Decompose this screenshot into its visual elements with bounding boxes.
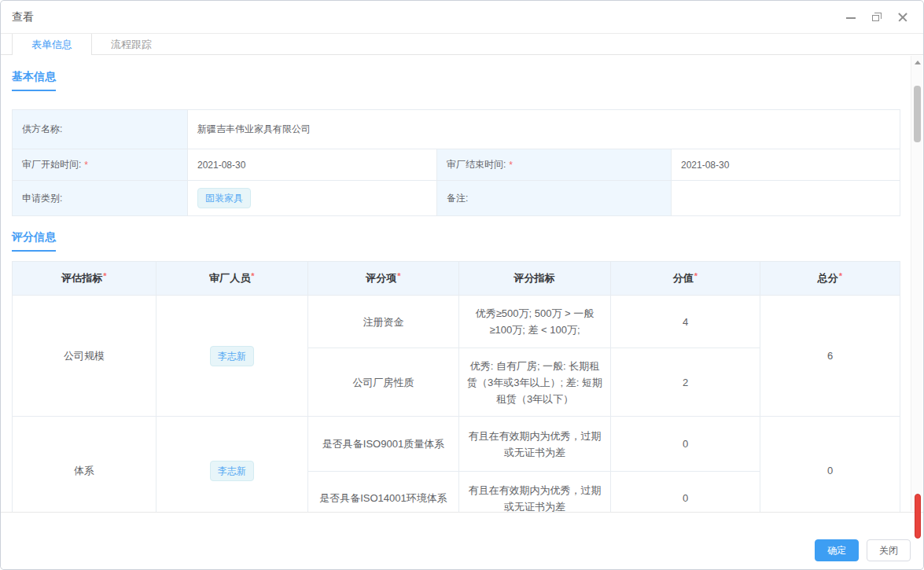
scoring-table: 评估指标* 审厂人员* 评分项* 评分指标 分值* 总分* 公司规模 李志新 注… <box>12 261 900 512</box>
total-score-cell: 6 <box>760 296 900 417</box>
column-header-auditor: 审厂人员* <box>156 262 308 296</box>
auditor-tag: 李志新 <box>210 461 254 481</box>
vertical-scrollbar[interactable] <box>911 56 922 511</box>
score-cell: 4 <box>611 296 760 348</box>
scrollbar-thumb[interactable] <box>914 86 921 142</box>
close-dialog-button[interactable]: 关闭 <box>867 539 911 561</box>
supplier-name-label: 供方名称: <box>13 110 188 149</box>
scoring-item-cell: 公司厂房性质 <box>308 348 459 417</box>
column-header-evaluation-indicator: 评估指标* <box>13 262 156 296</box>
minimize-button[interactable] <box>845 11 857 24</box>
required-asterisk: * <box>84 160 88 171</box>
table-row: 公司规模 李志新 注册资金 优秀≥500万; 500万 > 一般≥100万; 差… <box>13 296 900 348</box>
tab-process-tracking[interactable]: 流程跟踪 <box>92 34 171 55</box>
score-cell: 0 <box>611 472 760 513</box>
scoring-item-cell: 注册资金 <box>308 296 459 348</box>
total-score-cell: 0 <box>760 417 900 513</box>
scoring-criteria-cell: 优秀≥500万; 500万 > 一般≥100万; 差 < 100万; <box>459 296 611 348</box>
window-controls <box>845 11 909 24</box>
supplier-name-value: 新疆吉丰伟业家具有限公司 <box>188 110 900 149</box>
section-underline <box>12 90 56 91</box>
audit-start-label: 审厂开始时间: * <box>13 149 188 181</box>
application-category-cell: 固装家具 <box>188 181 437 216</box>
scroll-up-button[interactable] <box>911 57 923 68</box>
audit-start-value: 2021-08-30 <box>188 149 437 181</box>
red-scrollbar-thumb[interactable] <box>915 494 921 539</box>
restore-button[interactable] <box>871 11 883 24</box>
content-area: 基本信息 供方名称: 新疆吉丰伟业家具有限公司 审厂开始时间: * 2021-0… <box>1 56 923 512</box>
auditor-cell: 李志新 <box>156 417 308 513</box>
auditor-tag: 李志新 <box>210 346 254 366</box>
minimize-icon <box>846 17 856 19</box>
score-cell: 2 <box>611 348 760 417</box>
section-title-scoring-info: 评分信息 <box>12 230 900 245</box>
scoring-criteria-cell: 优秀: 自有厂房; 一般: 长期租赁（3年或3年以上）; 差: 短期租赁（3年以… <box>459 348 611 417</box>
audit-end-value: 2021-08-30 <box>672 149 900 181</box>
column-header-score: 分值* <box>611 262 760 296</box>
scoring-criteria-cell: 有且在有效期内为优秀，过期或无证书为差 <box>459 472 611 513</box>
scoring-criteria-cell: 有且在有效期内为优秀，过期或无证书为差 <box>459 417 611 472</box>
column-header-scoring-item: 评分项* <box>308 262 459 296</box>
dialog-titlebar: 查看 <box>1 1 923 33</box>
dialog-footer: 确定 关闭 <box>1 512 923 569</box>
view-dialog: 查看 表单信息 流程跟踪 基本信息 供方名称: 新疆吉丰伟业家具有限公司 <box>0 0 924 570</box>
section-underline <box>12 250 56 252</box>
evaluation-indicator-cell: 公司规模 <box>13 296 156 417</box>
application-category-label: 申请类别: <box>13 181 188 216</box>
dialog-title: 查看 <box>12 10 34 24</box>
tab-bar: 表单信息 流程跟踪 <box>1 33 923 55</box>
tab-form-info[interactable]: 表单信息 <box>12 34 92 55</box>
column-header-scoring-criteria: 评分指标 <box>459 262 611 296</box>
scoring-item-cell: 是否具备ISO14001环境体系 <box>308 472 459 513</box>
audit-end-label: 审厂结束时间: * <box>437 149 672 181</box>
confirm-button[interactable]: 确定 <box>815 539 859 561</box>
remark-label: 备注: <box>437 181 672 216</box>
auditor-cell: 李志新 <box>156 296 308 417</box>
table-header-row: 评估指标* 审厂人员* 评分项* 评分指标 分值* 总分* <box>13 262 900 296</box>
arrow-up-icon <box>915 61 921 64</box>
scoring-item-cell: 是否具备ISO9001质量体系 <box>308 417 459 472</box>
required-asterisk: * <box>509 160 513 171</box>
score-cell: 0 <box>611 417 760 472</box>
column-header-total-score: 总分* <box>760 262 900 296</box>
basic-info-form: 供方名称: 新疆吉丰伟业家具有限公司 审厂开始时间: * 2021-08-30 … <box>12 109 900 216</box>
section-title-basic-info: 基本信息 <box>12 70 900 84</box>
remark-value <box>672 181 900 216</box>
table-row: 体系 李志新 是否具备ISO9001质量体系 有且在有效期内为优秀，过期或无证书… <box>13 417 900 472</box>
application-category-tag: 固装家具 <box>197 188 251 208</box>
close-window-button[interactable] <box>896 11 909 24</box>
evaluation-indicator-cell: 体系 <box>13 417 156 513</box>
